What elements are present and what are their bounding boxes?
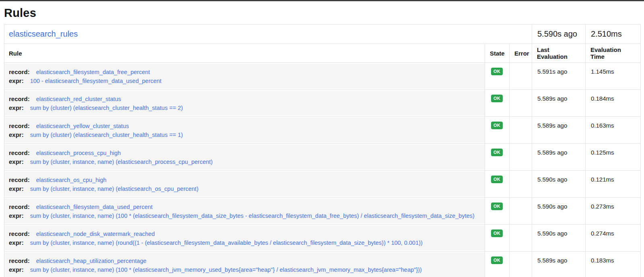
state-cell: OK: [485, 90, 510, 117]
evaluation-time-value: 1.145ms: [586, 63, 641, 90]
rules-table: elasticsearch_rules 5.590s ago 2.510ms R…: [4, 24, 641, 277]
rule-expr-link[interactable]: sum by (cluster, instance, name) (round(…: [30, 240, 423, 246]
state-cell: OK: [485, 198, 510, 225]
rule-cell: record:elasticsearch_os_cpu_high expr:su…: [4, 171, 485, 198]
last-evaluation-value: 5.589s ago: [532, 144, 586, 171]
error-cell: [510, 90, 532, 117]
state-cell: OK: [485, 252, 510, 277]
expr-label: expr:: [9, 104, 24, 111]
column-header-rule: Rule: [4, 44, 485, 63]
evaluation-time-value: 0.125ms: [586, 144, 641, 171]
evaluation-time-value: 0.183ms: [586, 252, 641, 277]
expr-label: expr:: [9, 266, 24, 273]
error-cell: [510, 144, 532, 171]
error-cell: [510, 171, 532, 198]
rule-expr-link[interactable]: sum by (cluster) (elasticsearch_cluster_…: [30, 132, 183, 138]
table-row: record:elasticsearch_os_cpu_high expr:su…: [4, 171, 641, 198]
state-ok-badge: OK: [491, 95, 503, 102]
record-label: record:: [9, 257, 30, 264]
page-title: Rules: [4, 6, 641, 20]
expr-label: expr:: [9, 239, 24, 246]
rule-expr-link[interactable]: sum by (cluster) (elasticsearch_cluster_…: [30, 105, 183, 111]
rule-record-link[interactable]: elasticsearch_heap_utilization_percentag…: [36, 258, 147, 264]
rule-cell: record:elasticsearch_yellow_cluster_stat…: [4, 117, 485, 144]
expr-label: expr:: [9, 185, 24, 192]
state-ok-badge: OK: [491, 149, 503, 156]
rule-expr-link[interactable]: sum by (cluster, instance, name) (elasti…: [30, 159, 213, 165]
table-row: record:elasticsearch_filesystem_data_fre…: [4, 63, 641, 90]
rules-page: Rules elasticsearch_rules 5.590s ago 2.5…: [0, 1, 644, 277]
last-evaluation-value: 5.591s ago: [532, 63, 586, 90]
table-row: record:elasticsearch_yellow_cluster_stat…: [4, 117, 641, 144]
column-header-state: State: [485, 44, 510, 63]
last-evaluation-value: 5.590s ago: [532, 171, 586, 198]
rules-table-body: record:elasticsearch_filesystem_data_fre…: [4, 63, 641, 277]
rule-expr-link[interactable]: sum by (cluster, instance, name) (100 * …: [30, 213, 475, 219]
rule-cell: record:elasticsearch_heap_utilization_pe…: [4, 252, 485, 277]
rule-group-link[interactable]: elasticsearch_rules: [9, 29, 78, 38]
rule-cell: record:elasticsearch_filesystem_data_use…: [4, 198, 485, 225]
rule-record-link[interactable]: elasticsearch_filesystem_data_free_perce…: [36, 69, 150, 75]
rule-expr-link[interactable]: sum by (cluster, instance, name) (100 * …: [30, 267, 422, 273]
state-cell: OK: [485, 117, 510, 144]
evaluation-time-value: 0.273ms: [586, 198, 641, 225]
last-evaluation-value: 5.589s ago: [532, 90, 586, 117]
expr-label: expr:: [9, 158, 24, 165]
state-ok-badge: OK: [491, 256, 503, 264]
record-label: record:: [9, 122, 30, 129]
state-ok-badge: OK: [491, 203, 503, 210]
error-cell: [510, 198, 532, 225]
expr-label: expr:: [9, 212, 24, 219]
table-row: record:elasticsearch_red_cluster_status …: [4, 90, 641, 117]
group-evaluation-time: 2.510ms: [586, 25, 641, 44]
evaluation-time-value: 0.163ms: [586, 117, 641, 144]
state-cell: OK: [485, 225, 510, 252]
record-label: record:: [9, 95, 30, 102]
expr-label: expr:: [9, 131, 24, 138]
record-label: record:: [9, 68, 30, 75]
table-row: record:elasticsearch_heap_utilization_pe…: [4, 252, 641, 277]
state-ok-badge: OK: [491, 176, 503, 183]
state-cell: OK: [485, 144, 510, 171]
evaluation-time-value: 0.184ms: [586, 90, 641, 117]
rule-record-link[interactable]: elasticsearch_red_cluster_status: [36, 96, 121, 102]
error-cell: [510, 225, 532, 252]
group-last-evaluation: 5.590s ago: [532, 25, 586, 44]
rule-record-link[interactable]: elasticsearch_node_disk_watermark_reache…: [36, 231, 155, 237]
evaluation-time-value: 0.121ms: [586, 171, 641, 198]
rule-record-link[interactable]: elasticsearch_yellow_cluster_status: [36, 123, 129, 129]
state-cell: OK: [485, 171, 510, 198]
error-cell: [510, 117, 532, 144]
rule-record-link[interactable]: elasticsearch_filesystem_data_used_perce…: [36, 204, 153, 210]
rule-cell: record:elasticsearch_process_cpu_high ex…: [4, 144, 485, 171]
table-row: record:elasticsearch_process_cpu_high ex…: [4, 144, 641, 171]
table-row: record:elasticsearch_node_disk_watermark…: [4, 225, 641, 252]
column-header-last-evaluation: Last Evaluation: [532, 44, 586, 63]
rule-expr-link[interactable]: sum by (cluster, instance, name) (elasti…: [30, 186, 198, 192]
state-cell: OK: [485, 63, 510, 90]
rule-record-link[interactable]: elasticsearch_os_cpu_high: [36, 177, 107, 183]
record-label: record:: [9, 149, 30, 156]
expr-label: expr:: [9, 77, 24, 84]
record-label: record:: [9, 176, 30, 183]
record-label: record:: [9, 203, 30, 210]
rule-record-link[interactable]: elasticsearch_process_cpu_high: [36, 150, 121, 156]
column-header-row: Rule State Error Last Evaluation Evaluat…: [4, 44, 641, 63]
state-ok-badge: OK: [491, 122, 503, 129]
table-row: record:elasticsearch_filesystem_data_use…: [4, 198, 641, 225]
rule-expr-link[interactable]: 100 - elasticsearch_filesystem_data_used…: [30, 78, 161, 84]
rule-cell: record:elasticsearch_node_disk_watermark…: [4, 225, 485, 252]
error-cell: [510, 252, 532, 277]
last-evaluation-value: 5.589s ago: [532, 117, 586, 144]
rule-group-name-cell: elasticsearch_rules: [4, 25, 532, 44]
column-header-error: Error: [510, 44, 532, 63]
record-label: record:: [9, 230, 30, 237]
rule-group-header-row: elasticsearch_rules 5.590s ago 2.510ms: [4, 25, 641, 44]
error-cell: [510, 63, 532, 90]
column-header-evaluation-time: Evaluation Time: [586, 44, 641, 63]
evaluation-time-value: 0.274ms: [586, 225, 641, 252]
last-evaluation-value: 5.590s ago: [532, 225, 586, 252]
state-ok-badge: OK: [491, 229, 503, 237]
rule-cell: record:elasticsearch_red_cluster_status …: [4, 90, 485, 117]
last-evaluation-value: 5.589s ago: [532, 252, 586, 277]
